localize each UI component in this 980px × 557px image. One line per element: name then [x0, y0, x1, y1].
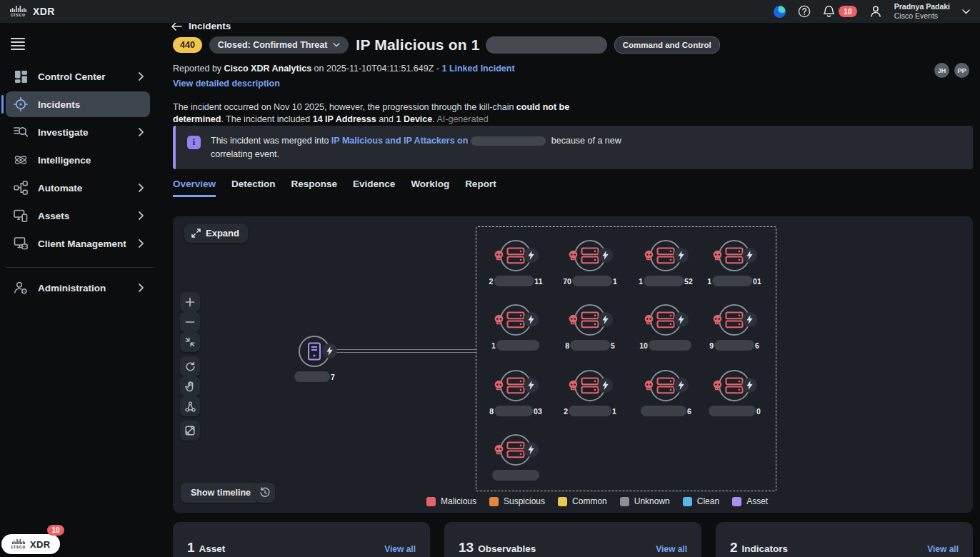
sidebar-item-control-center[interactable]: Control Center — [6, 64, 150, 89]
skull-icon — [712, 314, 723, 325]
tab-evidence[interactable]: Evidence — [353, 179, 395, 197]
label-redaction — [641, 406, 686, 416]
notification-count-badge[interactable]: 10 — [839, 6, 857, 17]
malicious-ip-node[interactable]: 101 — [719, 240, 750, 271]
banner-text-post: because of a new — [549, 136, 621, 146]
node-label: 1 — [491, 340, 540, 351]
chevron-right-icon — [138, 239, 144, 248]
tab-worklog[interactable]: Worklog — [411, 179, 449, 197]
asset-node[interactable]: 7 — [299, 336, 330, 367]
zoom-in-button[interactable] — [180, 292, 200, 312]
summary-card-indicators: 2IndicatorsView all — [716, 522, 973, 557]
sidebar: Control CenterIncidentsInvestigateIntell… — [0, 23, 159, 557]
lightning-icon — [674, 248, 689, 263]
malicious-ip-node[interactable]: 1 — [500, 304, 531, 336]
banner-redaction — [471, 136, 546, 146]
reset-view-button[interactable] — [180, 356, 200, 376]
sidebar-item-intelligence[interactable]: Intelligence — [6, 147, 150, 173]
node-label: 7 — [294, 371, 335, 382]
label-redaction — [712, 276, 752, 286]
cisco-logo-icon: cisco — [11, 539, 26, 550]
sidebar-item-investigate[interactable]: Investigate — [6, 119, 150, 145]
malicious-ip-node[interactable]: 0 — [719, 370, 750, 401]
linked-incident-link[interactable]: 1 Linked Incident — [441, 64, 514, 74]
collaborator-avatar[interactable]: PP — [954, 63, 969, 78]
malicious-ip-node[interactable]: 85 — [574, 304, 606, 336]
lightning-icon — [598, 248, 613, 263]
fit-view-button[interactable] — [180, 332, 200, 352]
malicious-ip-node[interactable]: 701 — [574, 240, 606, 271]
tab-detection[interactable]: Detection — [231, 179, 276, 197]
xdr-assistant-pill[interactable]: cisco XDR 10 — [1, 534, 60, 554]
malicious-ip-node[interactable]: 10 — [650, 304, 681, 336]
menu-icon[interactable] — [11, 36, 25, 52]
relayout-button[interactable] — [180, 396, 200, 416]
malicious-ip-node[interactable]: 6 — [650, 370, 681, 401]
malicious-ip-node[interactable]: 96 — [719, 304, 750, 336]
pan-button[interactable] — [180, 376, 200, 396]
sidebar-item-label: Investigate — [38, 127, 138, 138]
malicious-ip-node[interactable]: 803 — [500, 370, 531, 401]
legend-asset: Asset — [732, 496, 768, 506]
tab-response[interactable]: Response — [291, 179, 338, 197]
zoom-out-button[interactable] — [180, 312, 200, 332]
malicious-ip-node[interactable] — [500, 434, 531, 466]
collaborator-avatar[interactable]: JH — [934, 63, 949, 78]
sidebar-item-assets[interactable]: Assets — [6, 203, 150, 229]
skull-icon — [644, 380, 654, 391]
card-label: Asset — [199, 543, 385, 554]
graph-edge — [334, 349, 476, 353]
incident-title-text: IP Malicious on 1 — [356, 36, 479, 54]
chevron-right-icon — [138, 283, 144, 292]
view-all-link[interactable]: View all — [927, 544, 959, 554]
webex-icon[interactable] — [774, 6, 786, 18]
malicious-ip-node[interactable]: 211 — [500, 240, 531, 271]
legend-label: Unknown — [634, 496, 670, 506]
merged-incident-link[interactable]: IP Malicious and IP Attackers on — [331, 136, 469, 146]
view-all-link[interactable]: View all — [384, 544, 416, 554]
lightning-icon — [598, 378, 613, 393]
expand-button[interactable]: Expand — [184, 224, 248, 243]
legend-label: Suspicious — [504, 496, 545, 506]
banner-text-line2: correlating event. — [211, 149, 279, 159]
malicious-ip-node[interactable]: 21 — [574, 370, 606, 401]
status-dropdown[interactable]: Closed: Confirmed Threat — [209, 36, 349, 54]
sidebar-item-client-management[interactable]: Client Management — [6, 231, 150, 256]
reported-on: on — [314, 64, 324, 74]
sidebar-item-automate[interactable]: Automate — [6, 175, 150, 201]
label-redaction — [709, 406, 756, 416]
show-timeline-button[interactable]: Show timeline — [181, 483, 261, 503]
sidebar-item-administration[interactable]: Administration — [6, 275, 150, 301]
reported-line: Reported by Cisco XDR Analytics on 2025-… — [173, 64, 515, 74]
history-button[interactable] — [255, 483, 275, 503]
skull-icon — [644, 314, 654, 325]
legend-swatch — [489, 497, 499, 506]
zoom-out-icon — [185, 317, 195, 327]
lightning-icon — [742, 312, 757, 327]
tab-overview[interactable]: Overview — [173, 179, 216, 197]
pan-icon — [185, 381, 195, 392]
label-redaction — [714, 340, 754, 351]
tab-report[interactable]: Report — [465, 179, 496, 197]
sidebar-item-incidents[interactable]: Incidents — [6, 91, 150, 117]
user-icon[interactable] — [869, 5, 882, 18]
sidebar-item-label: Assets — [38, 211, 138, 221]
back-arrow-icon[interactable] — [171, 22, 182, 31]
help-icon[interactable] — [798, 5, 811, 18]
administration-user-icon — [13, 280, 29, 296]
legend-swatch — [732, 497, 741, 506]
node-label: 211 — [489, 276, 543, 286]
notifications-bell-icon[interactable] — [823, 5, 835, 18]
tactic-tag: Command and Control — [614, 36, 720, 54]
hide-overlay-button[interactable] — [180, 421, 200, 441]
legend-swatch — [620, 497, 629, 506]
user-menu[interactable]: Pradnya Padaki Cisco Events — [894, 2, 950, 21]
malicious-ip-node[interactable]: 152 — [650, 240, 681, 271]
view-all-link[interactable]: View all — [656, 544, 687, 554]
view-description-link[interactable]: View detailed description — [173, 79, 280, 89]
skull-icon — [712, 250, 723, 261]
label-redaction — [496, 340, 539, 351]
label-redaction — [492, 470, 539, 481]
node-label: 6 — [640, 406, 691, 416]
chevron-down-icon[interactable] — [962, 9, 970, 14]
